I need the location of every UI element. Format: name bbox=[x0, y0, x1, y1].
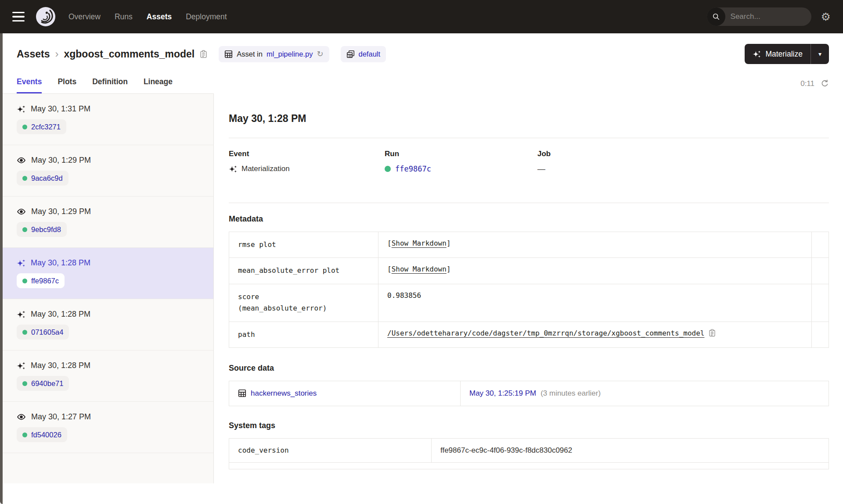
metadata-row: rmse plot [Show Markdown] bbox=[229, 232, 829, 258]
search-box[interactable]: / bbox=[707, 7, 811, 26]
metadata-key: path bbox=[229, 322, 378, 347]
run-id-link[interactable]: 9ebc9fd8 bbox=[31, 225, 61, 234]
asset-location-badge: Asset in ml_pipeline.py ↻ bbox=[219, 46, 329, 62]
event-list-item[interactable]: May 30, 1:28 PM 071605a4 bbox=[0, 299, 213, 350]
source-data-row: hackernews_stories May 30, 1:25:19 PM (3… bbox=[229, 381, 829, 406]
tab-plots[interactable]: Plots bbox=[58, 77, 76, 93]
nav-item-runs[interactable]: Runs bbox=[115, 12, 133, 21]
tab-definition[interactable]: Definition bbox=[92, 77, 128, 93]
event-timestamp: May 30, 1:31 PM bbox=[31, 104, 90, 114]
nav-item-overview[interactable]: Overview bbox=[68, 12, 101, 21]
refresh-icon[interactable] bbox=[821, 79, 829, 88]
page-header: Assets › xgboost_comments_model Asset in… bbox=[0, 44, 843, 93]
run-id-link[interactable]: 2cfc3271 bbox=[31, 123, 61, 131]
event-list-item[interactable]: May 30, 1:27 PM fd540026 bbox=[0, 402, 213, 453]
score-value: 0.983856 bbox=[387, 291, 421, 300]
materialize-label: Materialize bbox=[765, 50, 803, 59]
run-status-dot bbox=[22, 381, 27, 386]
run-label: Run bbox=[385, 150, 537, 158]
event-timestamp: May 30, 1:28 PM bbox=[31, 361, 90, 370]
breadcrumb: Assets › xgboost_comments_model Asset in… bbox=[17, 44, 829, 64]
metadata-row-end bbox=[812, 322, 829, 347]
nav-item-deployment[interactable]: Deployment bbox=[186, 12, 227, 21]
tab-lineage[interactable]: Lineage bbox=[144, 77, 173, 93]
hamburger-menu-icon[interactable] bbox=[12, 12, 25, 22]
run-id-badge: 9aca6c9d bbox=[17, 171, 68, 186]
run-status-dot bbox=[22, 227, 27, 232]
dagster-logo-icon[interactable] bbox=[35, 6, 56, 27]
breadcrumb-assets-link[interactable]: Assets bbox=[17, 48, 50, 60]
settings-gear-icon[interactable]: ⚙ bbox=[821, 11, 831, 22]
metadata-table: rmse plot [Show Markdown] mean_absolute_… bbox=[229, 232, 829, 348]
page-title: xgboost_comments_model bbox=[64, 48, 195, 60]
materialize-button[interactable]: Materialize bbox=[745, 44, 811, 64]
system-tag-value: ffe9867c-ec9c-4f06-939c-f8dc830c0962 bbox=[432, 439, 829, 462]
event-summary: Event Materialization Run ffe9867c Job — bbox=[229, 150, 829, 174]
metadata-key: rmse plot bbox=[229, 232, 378, 257]
materialize-dropdown-button[interactable]: ▾ bbox=[811, 44, 829, 64]
observation-eye-icon bbox=[17, 207, 26, 216]
source-timestamp-link[interactable]: May 30, 1:25:19 PM bbox=[469, 389, 536, 398]
copy-asset-name-icon[interactable] bbox=[200, 50, 207, 58]
breadcrumb-separator: › bbox=[55, 48, 58, 60]
tab-events[interactable]: Events bbox=[17, 77, 42, 93]
run-id-badge: 2cfc3271 bbox=[17, 119, 66, 134]
asset-file-link[interactable]: ml_pipeline.py bbox=[267, 50, 313, 58]
materialize-sparkle-icon bbox=[753, 50, 761, 58]
materialization-icon bbox=[17, 105, 25, 114]
metadata-row: mean_absolute_error plot [Show Markdown] bbox=[229, 258, 829, 284]
system-tag-row bbox=[229, 463, 829, 469]
materialization-icon bbox=[229, 165, 237, 173]
observation-eye-icon bbox=[17, 156, 26, 165]
event-list-item-selected[interactable]: May 30, 1:28 PM ffe9867c bbox=[0, 248, 213, 299]
system-tag-key: code_version bbox=[229, 439, 432, 462]
show-markdown-link[interactable]: Show Markdown bbox=[392, 265, 447, 273]
search-input[interactable] bbox=[725, 12, 811, 21]
event-list-sidebar: May 30, 1:31 PM 2cfc3271 May 30, 1:29 PM… bbox=[0, 93, 214, 483]
event-list-item[interactable]: May 30, 1:31 PM 2cfc3271 bbox=[0, 94, 213, 145]
run-status-dot bbox=[22, 125, 27, 129]
event-list-item[interactable]: May 30, 1:29 PM 9aca6c9d bbox=[0, 145, 213, 197]
asset-group-badge: default bbox=[341, 46, 386, 62]
metadata-key: mean_absolute_error plot bbox=[229, 258, 378, 283]
source-data-table: hackernews_stories May 30, 1:25:19 PM (3… bbox=[229, 381, 829, 406]
run-id-link[interactable]: 071605a4 bbox=[31, 328, 63, 336]
path-link[interactable]: /Users/odetteharary/code/dagster/tmp_0mz… bbox=[387, 329, 704, 337]
show-markdown-link[interactable]: Show Markdown bbox=[392, 239, 447, 247]
event-label: Event bbox=[229, 150, 385, 158]
reload-definitions-icon[interactable]: ↻ bbox=[317, 49, 323, 59]
run-id-link[interactable]: 6940be71 bbox=[31, 379, 63, 388]
top-nav: Overview Runs Assets Deployment / ⚙ bbox=[0, 0, 843, 33]
table-grid-icon bbox=[224, 50, 233, 58]
nav-item-assets[interactable]: Assets bbox=[147, 12, 172, 21]
asset-group-icon bbox=[346, 50, 355, 58]
run-id-link[interactable]: 9aca6c9d bbox=[31, 174, 63, 182]
event-list-item[interactable]: May 30, 1:28 PM 6940be71 bbox=[0, 350, 213, 402]
window-edge-strip bbox=[0, 33, 3, 504]
run-id-badge: fd540026 bbox=[17, 427, 67, 442]
metadata-row-end bbox=[812, 284, 829, 322]
content-area: May 30, 1:31 PM 2cfc3271 May 30, 1:29 PM… bbox=[0, 93, 843, 483]
event-timestamp: May 30, 1:29 PM bbox=[31, 156, 91, 165]
materialization-icon bbox=[17, 361, 25, 370]
run-id-link[interactable]: ffe9867c bbox=[31, 277, 59, 285]
search-icon bbox=[707, 7, 725, 26]
bracket: [ bbox=[387, 265, 392, 273]
metadata-row-end bbox=[812, 258, 829, 283]
chevron-down-icon: ▾ bbox=[818, 50, 821, 57]
event-detail-title: May 30, 1:28 PM bbox=[229, 113, 829, 125]
copy-path-icon[interactable] bbox=[709, 329, 716, 337]
run-status-dot bbox=[22, 330, 27, 335]
event-list-item[interactable]: May 30, 1:29 PM 9ebc9fd8 bbox=[0, 197, 213, 248]
source-asset-link[interactable]: hackernews_stories bbox=[251, 389, 317, 398]
group-default-link[interactable]: default bbox=[359, 50, 381, 58]
event-timestamp: May 30, 1:29 PM bbox=[31, 207, 91, 216]
run-id-link[interactable]: ffe9867c bbox=[395, 164, 431, 173]
metadata-row-end bbox=[812, 232, 829, 257]
system-tags-heading: System tags bbox=[229, 421, 829, 430]
source-timestamp-note: (3 minutes earlier) bbox=[540, 389, 601, 398]
run-id-badge: 6940be71 bbox=[17, 376, 69, 391]
source-data-heading: Source data bbox=[229, 364, 829, 373]
run-id-link[interactable]: fd540026 bbox=[31, 431, 61, 439]
job-label: Job bbox=[537, 150, 829, 158]
